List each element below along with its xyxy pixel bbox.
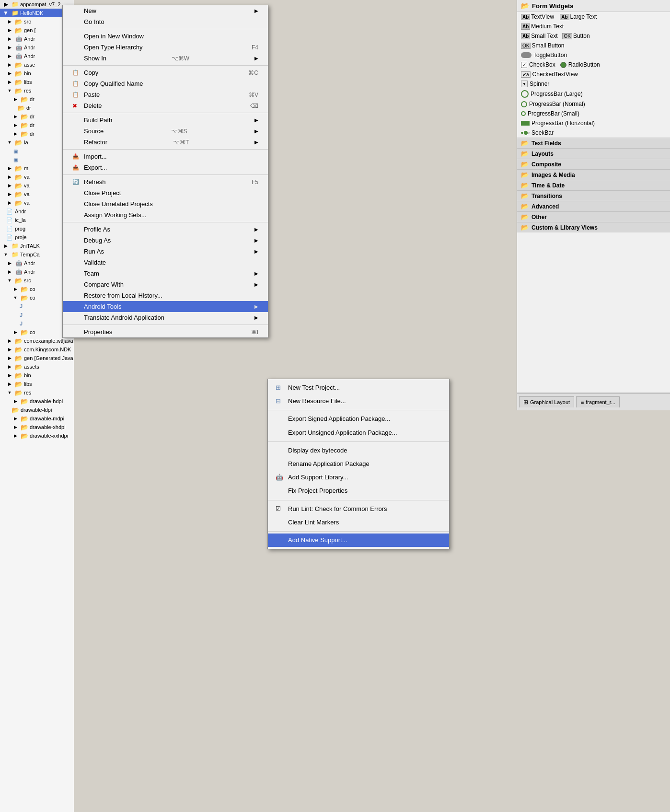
tree-label: proje (15, 234, 26, 240)
submenu-item-new-test[interactable]: ⊞ New Test Project... (268, 381, 449, 394)
widget-progressbar-normal[interactable]: ProgressBar (Normal) (517, 99, 670, 109)
java-icon: J (17, 320, 25, 327)
triangle-icon: ▼ (6, 139, 13, 146)
tree-item-tc-assets[interactable]: ▶ 📂 assets (0, 362, 74, 371)
project-icon: 📁 (11, 0, 19, 8)
graphical-layout-icon: ⊞ (523, 399, 528, 406)
bottom-tab-bar: ⊞ Graphical Layout ≡ fragment_r... (517, 393, 670, 410)
group-custom-library[interactable]: 📂 Custom & Library Views (517, 222, 670, 232)
arrow-icon: ▶ (254, 139, 258, 145)
menu-item-android-tools[interactable]: Android Tools ▶ (63, 301, 268, 312)
tree-label: va (24, 200, 30, 206)
group-composite[interactable]: 📂 Composite (517, 159, 670, 169)
menu-item-delete[interactable]: ✖ Delete ⌫ (63, 100, 268, 111)
group-time-date[interactable]: 📂 Time & Date (517, 180, 670, 190)
menu-item-source[interactable]: Source ⌥⌘S ▶ (63, 126, 268, 137)
submenu-item-display-dex[interactable]: Display dex bytecode (268, 444, 449, 457)
triangle-icon: ▶ (6, 78, 13, 86)
tree-item-drawable-ldpi[interactable]: 📂 drawable-ldpi (0, 406, 74, 414)
widget-spinner[interactable]: ▼ Spinner (517, 79, 670, 89)
menu-item-open-new-window[interactable]: Open in New Window (63, 31, 268, 42)
tree-item-drawable-xxhdpi[interactable]: ▶ 📂 drawable-xxhdpi (0, 431, 74, 440)
tree-item-com-ndk[interactable]: ▶ 📂 com.Kingscom.NDK (0, 345, 74, 354)
widget-progressbar-small[interactable]: ProgressBar (Small) (517, 109, 670, 118)
triangle-icon: ▶ (12, 121, 19, 129)
submenu-item-add-support[interactable]: 🤖 Add Support Library... (268, 471, 449, 484)
tree-item-drawable-mdpi[interactable]: ▶ 📂 drawable-mdpi (0, 414, 74, 423)
submenu-item-clear-lint[interactable]: Clear Lint Markers (268, 516, 449, 529)
group-layouts[interactable]: 📂 Layouts (517, 148, 670, 159)
submenu-item-run-lint[interactable]: ☑ Run Lint: Check for Common Errors (268, 502, 449, 516)
triangle-icon: ▶ (6, 354, 13, 362)
menu-item-open-type-hierarchy[interactable]: Open Type Hierarchy F4 (63, 42, 268, 53)
shortcut-show-in: ⌥⌘W (172, 55, 189, 62)
tree-item-tc-bin[interactable]: ▶ 📂 bin (0, 371, 74, 380)
menu-item-debug-as[interactable]: Debug As ▶ (63, 235, 268, 246)
menu-item-properties[interactable]: Properties ⌘I (63, 326, 268, 337)
menu-item-profile-as[interactable]: Profile As ▶ (63, 224, 268, 235)
menu-item-assign-working-sets[interactable]: Assign Working Sets... (63, 209, 268, 220)
widget-togglebutton[interactable]: ToggleButton (517, 50, 670, 60)
tree-item-tc-res[interactable]: ▼ 📂 res (0, 388, 74, 397)
menu-item-import[interactable]: 📥 Import... (63, 151, 268, 162)
import-icon: 📥 (72, 153, 81, 160)
submenu-item-fix-properties[interactable]: Fix Project Properties (268, 484, 449, 498)
menu-item-close-unrelated[interactable]: Close Unrelated Projects (63, 198, 268, 209)
menu-item-paste[interactable]: 📋 Paste ⌘V (63, 89, 268, 100)
tree-item-gen-java[interactable]: ▶ 📂 gen [Generated Java Files] (0, 354, 74, 362)
folder-icon: 📂 (15, 371, 23, 379)
tree-item-tc-libs[interactable]: ▶ 📂 libs (0, 380, 74, 388)
menu-item-refresh[interactable]: 🔄 Refresh F5 (63, 176, 268, 187)
widget-progressbar-large[interactable]: ProgressBar (Large) (517, 89, 670, 99)
menu-item-close-project[interactable]: Close Project (63, 187, 268, 198)
group-transitions[interactable]: 📂 Transitions (517, 190, 670, 201)
triangle-icon: ▼ (2, 9, 10, 17)
widget-smalltext-button[interactable]: Ab Small Text OK Button (517, 31, 670, 41)
menu-item-team[interactable]: Team ▶ (63, 268, 268, 279)
menu-item-translate[interactable]: Translate Android Application ▶ (63, 312, 268, 323)
submenu-item-rename-package[interactable]: Rename Application Package (268, 457, 449, 471)
group-images-media[interactable]: 📂 Images & Media (517, 169, 670, 180)
group-other[interactable]: 📂 Other (517, 211, 670, 222)
folder-icon: 📂 (15, 337, 23, 345)
menu-item-copy[interactable]: 📋 Copy ⌘C (63, 67, 268, 78)
menu-item-build-path[interactable]: Build Path ▶ (63, 115, 268, 126)
widget-smallbutton[interactable]: OK Small Button (517, 41, 670, 50)
widget-mediumtext[interactable]: Ab Medium Text (517, 22, 670, 31)
menu-item-run-as[interactable]: Run As ▶ (63, 246, 268, 257)
widget-checkedtextview[interactable]: ✔a CheckedTextView (517, 70, 670, 79)
tree-item-drawable-hdpi[interactable]: ▶ 📂 drawable-hdpi (0, 397, 74, 406)
menu-item-export[interactable]: 📤 Export... (63, 162, 268, 173)
submenu-item-new-resource[interactable]: ⊟ New Resource File... (268, 394, 449, 408)
menu-item-new[interactable]: New ▶ (63, 5, 268, 16)
menu-item-refactor[interactable]: Refactor ⌥⌘T ▶ (63, 137, 268, 148)
widget-textview-largetext[interactable]: Ab TextView Ab Large Text (517, 12, 670, 22)
menu-item-compare-with[interactable]: Compare With ▶ (63, 279, 268, 290)
va-icon: ✔a (521, 71, 531, 78)
widget-progressbar-horizontal[interactable]: ProgressBar (Horizontal) (517, 118, 670, 128)
tab-fragment[interactable]: ≡ fragment_r... (576, 396, 620, 407)
tree-label: com.example.wtfjava (24, 338, 73, 344)
widget-checkbox-radiobutton[interactable]: ✓ CheckBox RadioButton (517, 60, 670, 70)
submenu-separator (268, 531, 449, 532)
menu-item-copy-qualified[interactable]: 📋 Copy Qualified Name (63, 78, 268, 89)
file-icon: 📄 (6, 208, 13, 215)
triangle-icon: ▼ (6, 87, 13, 94)
tab-fragment-label: fragment_r... (586, 399, 615, 405)
menu-item-validate[interactable]: Validate (63, 257, 268, 268)
tab-graphical-layout[interactable]: ⊞ Graphical Layout (519, 396, 574, 407)
submenu-item-export-unsigned[interactable]: Export Unsigned Application Package... (268, 426, 449, 440)
submenu-item-export-signed[interactable]: Export Signed Application Package... (268, 412, 449, 426)
menu-item-show-in[interactable]: Show In ⌥⌘W ▶ (63, 53, 268, 64)
submenu-item-add-native-support[interactable]: Add Native Support... (268, 534, 449, 547)
group-advanced[interactable]: 📂 Advanced (517, 201, 670, 211)
group-text-fields[interactable]: 📂 Text Fields (517, 138, 670, 148)
widget-seekbar[interactable]: SeekBar (517, 128, 670, 138)
folder-icon: 📂 (21, 95, 28, 103)
menu-item-restore-local[interactable]: Restore from Local History... (63, 290, 268, 301)
folder-group-icon: 📂 (521, 171, 529, 178)
tree-item-drawable-xhdpi[interactable]: ▶ 📂 drawable-xhdpi (0, 423, 74, 431)
arrow-icon: ▶ (254, 227, 258, 232)
folder-icon: 📂 (15, 139, 23, 146)
menu-item-gointo[interactable]: Go Into (63, 16, 268, 27)
